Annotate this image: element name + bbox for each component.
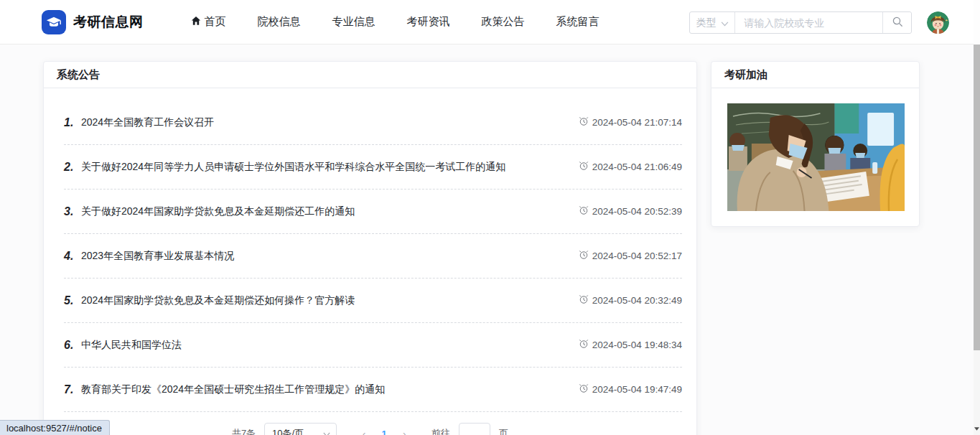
svg-text:✦: ✦ [945,19,948,22]
notice-list-item[interactable]: 2. 关于做好2024年同等学力人员申请硕士学位外国语水平和学科综合水平全国统一… [44,145,696,190]
notice-list: 1. 2024年全国教育工作会议召开 2024-05-04 21:07:14 [44,88,696,412]
pagination-page-unit: 页 [499,427,508,435]
clock-icon [579,383,589,396]
nav-item[interactable]: 专业信息 [332,15,375,29]
graduation-cap-icon [42,10,66,34]
brand-name: 考研信息网 [73,13,144,32]
notice-time-text: 2024-05-04 20:32:49 [592,295,682,306]
scrollbar-down-arrow[interactable] [974,424,980,434]
search-type-value: 类型 [696,17,717,29]
nav-item-label: 首页 [205,15,226,29]
notice-list-item[interactable]: 5. 2024年国家助学贷款免息及本金延期偿还如何操作？官方解读 2024-05… [44,279,696,323]
pagination-bar: 共7条 10条/页 ‹ 1 › 前往 页 [44,423,696,435]
nav-item[interactable]: 系统留言 [556,15,599,29]
notice-list-item[interactable]: 3. 关于做好2024年国家助学贷款免息及本金延期偿还工作的通知 2024-05… [44,190,696,234]
search-button[interactable] [882,12,911,33]
notice-title-link[interactable]: 关于做好2024年国家助学贷款免息及本金延期偿还工作的通知 [81,205,355,218]
nav-items: 院校信息 专业信息 考研资讯 政策公告 系统留言 [258,15,599,29]
nav-item-label: 院校信息 [258,15,301,29]
notice-title-link[interactable]: 中华人民共和国学位法 [81,339,182,352]
notice-time-text: 2024-05-04 19:47:49 [592,384,682,395]
search-icon [892,16,903,29]
cheer-panel-header: 考研加油 [711,62,919,88]
nav-item-label: 考研资讯 [407,15,450,29]
clock-icon [579,161,589,173]
pager-page-1[interactable]: 1 [375,424,393,435]
search-type-select[interactable]: 类型 [690,12,735,33]
top-navbar: 考研信息网 首页 院校信息 专业信息 考研资讯 政策公告 系统留言 [0,0,974,45]
notice-time-text: 2024-05-04 20:52:39 [592,206,682,217]
notice-list-item[interactable]: 4. 2023年全国教育事业发展基本情况 2024-05-04 20:52:17 [44,234,696,279]
brand-logo-link[interactable]: 考研信息网 [42,10,144,34]
notice-list-item[interactable]: 7. 教育部关于印发《2024年全国硕士研究生招生工作管理规定》的通知 2024… [44,368,696,412]
clock-icon [579,250,589,262]
chevron-down-icon [323,429,330,435]
notice-title-link[interactable]: 2023年全国教育事业发展基本情况 [81,250,234,263]
notice-timestamp: 2024-05-04 21:07:14 [579,116,682,128]
notice-title-link[interactable]: 2024年国家助学贷款免息及本金延期偿还如何操作？官方解读 [81,294,355,307]
notice-timestamp: 2024-05-04 20:32:49 [579,294,682,307]
notice-index: 5. [64,294,81,307]
notice-list-item[interactable]: 1. 2024年全国教育工作会议召开 2024-05-04 21:07:14 [44,100,696,145]
notice-panel-title: 系统公告 [57,68,100,82]
nav-item[interactable]: 院校信息 [258,15,301,29]
page-size-select[interactable]: 10条/页 [264,423,337,435]
notice-list-item[interactable]: 6. 中华人民共和国学位法 2024-05-04 19:48:34 [44,323,696,368]
notice-time-text: 2024-05-04 21:06:49 [592,162,682,172]
link-preview-statusbar: localhost:9527/#/notice [0,420,110,435]
main-nav: 首页 院校信息 专业信息 考研资讯 政策公告 系统留言 [191,15,599,29]
notice-index: 2. [64,161,81,174]
clock-icon [579,339,589,351]
clock-icon [579,294,589,307]
nav-item-label: 系统留言 [556,15,599,29]
notice-index: 7. [64,383,81,396]
scrollbar-track-top [974,0,980,45]
dashed-divider [64,411,682,412]
notice-timestamp: 2024-05-04 21:06:49 [579,161,682,173]
pager-next-button[interactable]: › [396,424,413,435]
user-avatar[interactable]: ✦ [927,11,949,34]
notice-title-link[interactable]: 关于做好2024年同等学力人员申请硕士学位外国语水平和学科综合水平全国统一考试工… [81,161,505,174]
cheer-panel-body [711,88,919,226]
cheer-panel: 考研加油 [711,61,920,227]
notice-index: 6. [64,339,81,352]
notice-title-link[interactable]: 教育部关于印发《2024年全国硕士研究生招生工作管理规定》的通知 [81,383,385,396]
notice-timestamp: 2024-05-04 20:52:39 [579,205,682,218]
classroom-students-photo [727,103,905,211]
pager-prev-button[interactable]: ‹ [355,424,373,435]
nav-item-label: 专业信息 [332,15,375,29]
clock-icon [579,116,589,128]
pagination-goto-input[interactable] [459,423,490,435]
notice-panel-header: 系统公告 [44,62,696,88]
link-preview-url: localhost:9527/#/notice [6,423,102,434]
notice-index: 4. [64,250,81,263]
clock-icon [579,205,589,218]
nav-item[interactable]: 政策公告 [482,15,525,29]
scrollbar-thumb[interactable] [974,45,980,350]
notice-index: 1. [64,116,81,129]
notice-index: 3. [64,205,81,218]
chevron-down-icon [721,17,729,29]
search-bar: 类型 [689,11,912,34]
page-size-value: 10条/页 [272,427,304,435]
notice-timestamp: 2024-05-04 19:47:49 [579,383,682,396]
nav-item-home[interactable]: 首页 [191,15,226,29]
browser-scrollbar [974,0,980,435]
notice-title-link[interactable]: 2024年全国教育工作会议召开 [81,116,214,129]
pagination-total: 共7条 [232,427,256,435]
notice-time-text: 2024-05-04 20:52:17 [592,251,682,261]
notice-time-text: 2024-05-04 19:48:34 [592,340,682,350]
nav-item-label: 政策公告 [482,15,525,29]
cheer-panel-title: 考研加油 [724,68,767,82]
notice-panel: 系统公告 1. 2024年全国教育工作会议召开 2024-05-04 [43,61,697,435]
notice-timestamp: 2024-05-04 20:52:17 [579,250,682,262]
notice-timestamp: 2024-05-04 19:48:34 [579,339,682,351]
pager: ‹ 1 › [355,424,413,435]
search-input[interactable] [735,12,882,33]
notice-time-text: 2024-05-04 21:07:14 [592,117,682,128]
home-icon [191,16,201,28]
pagination-goto-label: 前往 [431,427,450,435]
nav-item[interactable]: 考研资讯 [407,15,450,29]
